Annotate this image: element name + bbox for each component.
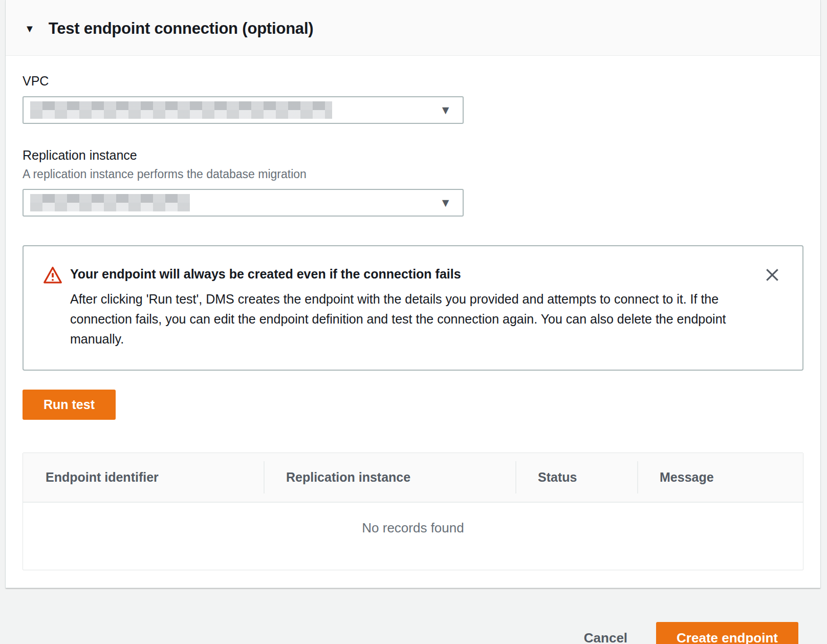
replication-instance-description: A replication instance performs the data… — [23, 167, 803, 181]
alert-title: Your endpoint will always be created eve… — [70, 266, 461, 283]
panel-header[interactable]: ▼ Test endpoint connection (optional) — [6, 0, 820, 56]
replication-instance-label: Replication instance — [23, 148, 803, 163]
close-icon — [764, 277, 780, 285]
column-header-replication-instance: Replication instance — [264, 453, 515, 502]
create-endpoint-button[interactable]: Create endpoint — [656, 622, 798, 644]
vpc-select[interactable]: ▼ — [23, 96, 464, 124]
column-header-message: Message — [637, 453, 803, 502]
panel-title: Test endpoint connection (optional) — [49, 19, 314, 38]
warning-triangle-icon — [43, 266, 62, 284]
redacted-replication-instance-value — [30, 194, 190, 211]
redacted-vpc-value — [30, 101, 332, 119]
table-header-row: Endpoint identifier Replication instance… — [23, 453, 803, 503]
dropdown-caret-icon: ▼ — [440, 104, 451, 116]
test-endpoint-panel: ▼ Test endpoint connection (optional) VP… — [5, 0, 821, 588]
replication-instance-select[interactable]: ▼ — [23, 189, 464, 217]
run-test-button[interactable]: Run test — [23, 390, 116, 420]
column-header-endpoint-identifier: Endpoint identifier — [23, 453, 264, 502]
vpc-label: VPC — [23, 74, 803, 89]
warning-alert-head: Your endpoint will always be created eve… — [43, 266, 741, 284]
collapse-caret-icon[interactable]: ▼ — [25, 24, 35, 34]
panel-content: VPC ▼ Replication instance A replication… — [6, 74, 820, 588]
test-results-table: Endpoint identifier Replication instance… — [23, 453, 803, 570]
column-header-status: Status — [515, 453, 637, 502]
dropdown-caret-icon: ▼ — [440, 197, 451, 209]
alert-body: After clicking 'Run test', DMS creates t… — [70, 289, 735, 349]
form-footer: Cancel Create endpoint — [0, 588, 827, 644]
alert-close-button[interactable] — [764, 267, 781, 284]
table-empty-message: No records found — [23, 503, 803, 570]
cancel-button[interactable]: Cancel — [584, 630, 627, 644]
warning-alert: Your endpoint will always be created eve… — [23, 245, 803, 371]
